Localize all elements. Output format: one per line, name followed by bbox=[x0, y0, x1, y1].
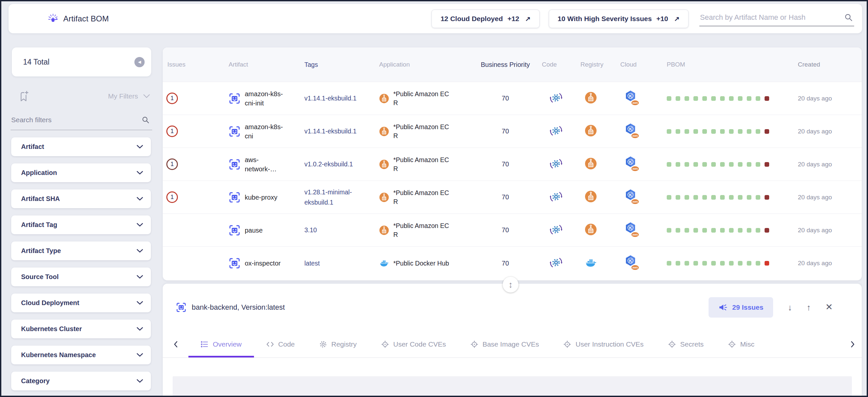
table-row[interactable]: 1 amazon-k8s-cni-init v1.14.1-eksbuild.1… bbox=[163, 82, 862, 115]
target-icon bbox=[728, 340, 736, 348]
tab-secrets[interactable]: Secrets bbox=[656, 331, 716, 358]
filter-label: Artifact bbox=[21, 143, 44, 151]
filter-item-source-tool[interactable]: Source Tool bbox=[11, 268, 151, 286]
cicd-gear-icon[interactable] bbox=[550, 124, 563, 138]
amazon-ecr-icon[interactable] bbox=[585, 92, 597, 104]
table-row[interactable]: 1 aws-network-… v1.0.2-eksbuild.1 *Publi… bbox=[163, 148, 862, 181]
tab-label: Registry bbox=[331, 340, 357, 348]
filter-item-artifact[interactable]: Artifact bbox=[11, 138, 151, 156]
chevron-down-icon bbox=[137, 353, 143, 357]
business-priority: 70 bbox=[471, 160, 539, 168]
filter-item-artifact-sha[interactable]: Artifact SHA bbox=[11, 189, 151, 208]
arrow-down-icon[interactable]: ↓ bbox=[787, 303, 792, 312]
eks-aws-icon[interactable]: K AWS bbox=[624, 255, 640, 271]
high-severity-button[interactable]: 10 With High Severity Issues +10 ↗ bbox=[549, 9, 688, 28]
amazon-ecr-icon[interactable] bbox=[585, 190, 597, 203]
chevron-down-icon bbox=[137, 249, 143, 253]
tab-misc[interactable]: Misc bbox=[716, 331, 767, 358]
column-header-tags: Tags bbox=[304, 60, 364, 69]
filter-item-artifact-type[interactable]: Artifact Type bbox=[11, 242, 151, 260]
artifact-name: aws-network-… bbox=[245, 155, 289, 174]
panel-resize-handle[interactable]: ↕ bbox=[503, 277, 519, 293]
column-header-pbom: PBOM bbox=[667, 61, 795, 68]
table-row[interactable]: ox-inspector latest *Public Docker Hub 7… bbox=[163, 247, 862, 280]
chevron-down-icon[interactable] bbox=[143, 94, 150, 98]
filter-item-kubernetes-namespace[interactable]: Kubernetes Namespace bbox=[11, 345, 151, 364]
cicd-gear-icon[interactable] bbox=[550, 223, 563, 236]
high-severity-label: 10 With High Severity Issues bbox=[558, 15, 652, 23]
target-icon bbox=[381, 340, 389, 348]
table-row[interactable]: 1 amazon-k8s-cni v1.14.1-eksbuild.1 *Pub… bbox=[163, 115, 862, 148]
amazon-ecr-icon[interactable] bbox=[585, 125, 597, 137]
tab-base-image-cves[interactable]: Base Image CVEs bbox=[458, 331, 552, 358]
column-header-registry: Registry bbox=[581, 61, 620, 68]
collapse-sidebar-button[interactable]: ◀ bbox=[134, 57, 145, 67]
column-header-artifact: Artifact bbox=[228, 61, 304, 68]
save-filter-icon[interactable] bbox=[19, 91, 29, 102]
table-row[interactable]: pause 3.10 *Public Amazon ECR 70 bbox=[163, 214, 862, 247]
tab-registry[interactable]: Registry bbox=[307, 331, 369, 358]
resize-vertical-icon: ↕ bbox=[508, 280, 513, 290]
chevron-down-icon bbox=[137, 379, 143, 383]
business-priority: 70 bbox=[471, 226, 539, 234]
filter-label: Artifact Type bbox=[21, 247, 61, 255]
amazon-ecr-icon bbox=[379, 192, 389, 202]
artifact-tag: v1.0.2-eksbuild.1 bbox=[304, 159, 364, 169]
close-icon[interactable]: ✕ bbox=[825, 303, 833, 312]
search-icon bbox=[844, 13, 853, 22]
filter-item-application[interactable]: Application bbox=[11, 163, 151, 182]
chevron-down-icon bbox=[137, 197, 143, 201]
amazon-ecr-icon bbox=[379, 225, 389, 235]
svg-text:K: K bbox=[629, 159, 632, 164]
app-window: Artifact BOM 12 Cloud Deployed +12 ↗ 10 … bbox=[0, 0, 868, 397]
artifact-tag: v1.14.1-eksbuild.1 bbox=[304, 126, 364, 136]
created-at: 20 days ago bbox=[795, 95, 862, 102]
docker-icon[interactable] bbox=[585, 257, 597, 269]
tab-label: User Instruction CVEs bbox=[576, 340, 644, 348]
filter-item-artifact-tag[interactable]: Artifact Tag bbox=[11, 215, 151, 234]
eks-aws-icon[interactable]: K AWS bbox=[624, 90, 640, 106]
issues-chip-button[interactable]: 29 Issues bbox=[709, 297, 773, 317]
eks-aws-icon[interactable]: K AWS bbox=[624, 123, 640, 139]
chevron-left-icon[interactable] bbox=[173, 341, 180, 348]
amazon-ecr-icon[interactable] bbox=[585, 157, 597, 170]
artifact-name: pause bbox=[245, 226, 263, 235]
artifact-tag: v1.28.1-minimal-eksbuild.1 bbox=[304, 187, 364, 207]
column-header-business-priority: Business Priority bbox=[471, 61, 539, 68]
table-row[interactable]: 1 kube-proxy v1.28.1-minimal-eksbuild.1 … bbox=[163, 181, 862, 214]
chevron-down-icon bbox=[137, 171, 143, 175]
eks-aws-icon[interactable]: K AWS bbox=[624, 222, 640, 238]
arrow-up-icon[interactable]: ↑ bbox=[806, 303, 811, 312]
table-header-row: IssuesArtifactTagsApplicationBusiness Pr… bbox=[163, 48, 862, 82]
top-header: Artifact BOM 12 Cloud Deployed +12 ↗ 10 … bbox=[8, 4, 862, 33]
eks-aws-icon[interactable]: K AWS bbox=[624, 156, 640, 172]
tab-overview[interactable]: Overview bbox=[188, 331, 254, 358]
svg-text:K: K bbox=[629, 126, 632, 131]
tab-user-code-cves[interactable]: User Code CVEs bbox=[369, 331, 458, 358]
artifact-tag: latest bbox=[304, 258, 364, 268]
eks-aws-icon[interactable]: K AWS bbox=[624, 189, 640, 205]
filter-item-category[interactable]: Category bbox=[11, 372, 151, 390]
pbom-squares bbox=[667, 129, 795, 134]
issues-badge: 1 bbox=[166, 93, 178, 104]
cicd-gear-icon[interactable] bbox=[550, 190, 563, 203]
filter-label: Artifact SHA bbox=[21, 195, 60, 203]
artifact-search-input[interactable] bbox=[699, 11, 854, 26]
filter-search-input[interactable] bbox=[10, 113, 152, 130]
artifact-icon bbox=[228, 257, 241, 269]
tab-user-instruction-cves[interactable]: User Instruction CVEs bbox=[551, 331, 656, 358]
cicd-gear-icon[interactable] bbox=[550, 256, 563, 269]
tab-code[interactable]: Code bbox=[254, 331, 307, 358]
artifact-name: ox-inspector bbox=[245, 258, 281, 268]
amazon-ecr-icon[interactable] bbox=[585, 223, 597, 236]
cicd-gear-icon[interactable] bbox=[550, 91, 563, 104]
column-header-issues: Issues bbox=[163, 61, 228, 68]
cloud-deployed-button[interactable]: 12 Cloud Deployed +12 ↗ bbox=[432, 9, 539, 28]
filter-item-kubernetes-cluster[interactable]: Kubernetes Cluster bbox=[11, 319, 151, 338]
created-at: 20 days ago bbox=[795, 227, 862, 234]
artifact-icon bbox=[228, 125, 241, 138]
chevron-right-icon[interactable] bbox=[848, 341, 856, 348]
cicd-gear-icon[interactable] bbox=[550, 157, 563, 170]
filter-item-cloud-deployment[interactable]: Cloud Deployment bbox=[11, 294, 151, 312]
artifact-icon bbox=[228, 191, 241, 203]
